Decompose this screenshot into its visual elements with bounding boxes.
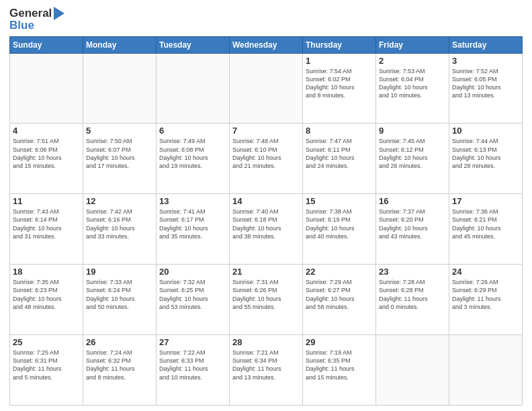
day-number: 20 [159, 267, 226, 277]
day-number: 11 [13, 196, 80, 206]
logo-arrow-icon [54, 7, 64, 20]
calendar-cell: 13Sunrise: 7:41 AM Sunset: 6:17 PM Dayli… [157, 194, 230, 265]
day-info: Sunrise: 7:38 AM Sunset: 6:19 PM Dayligh… [306, 208, 373, 240]
day-info: Sunrise: 7:21 AM Sunset: 6:34 PM Dayligh… [232, 349, 300, 381]
calendar-cell: 4Sunrise: 7:51 AM Sunset: 6:06 PM Daylig… [10, 124, 83, 194]
day-info: Sunrise: 7:47 AM Sunset: 6:11 PM Dayligh… [306, 137, 373, 170]
day-number: 17 [452, 196, 519, 206]
day-info: Sunrise: 7:41 AM Sunset: 6:17 PM Dayligh… [159, 208, 226, 240]
calendar-week-row: 18Sunrise: 7:35 AM Sunset: 6:23 PM Dayli… [10, 265, 523, 335]
calendar-header-wednesday: Wednesday [230, 36, 303, 53]
calendar-cell: 26Sunrise: 7:24 AM Sunset: 6:32 PM Dayli… [83, 335, 157, 406]
calendar-cell: 20Sunrise: 7:32 AM Sunset: 6:25 PM Dayli… [157, 265, 230, 335]
calendar-header-monday: Monday [83, 36, 157, 53]
calendar-cell: 6Sunrise: 7:49 AM Sunset: 6:08 PM Daylig… [157, 124, 230, 194]
day-info: Sunrise: 7:19 AM Sunset: 6:35 PM Dayligh… [306, 349, 373, 381]
calendar-cell: 10Sunrise: 7:44 AM Sunset: 6:13 PM Dayli… [449, 124, 523, 194]
calendar-cell [449, 335, 523, 406]
day-number: 5 [86, 126, 153, 136]
page: General Blue SundayMondayTuesdayWednesda… [0, 0, 532, 411]
calendar-table: SundayMondayTuesdayWednesdayThursdayFrid… [9, 36, 523, 406]
calendar-cell: 24Sunrise: 7:26 AM Sunset: 6:29 PM Dayli… [449, 265, 523, 335]
calendar-cell: 21Sunrise: 7:31 AM Sunset: 6:26 PM Dayli… [230, 265, 303, 335]
calendar-header-saturday: Saturday [449, 36, 523, 53]
calendar-cell: 27Sunrise: 7:22 AM Sunset: 6:33 PM Dayli… [157, 335, 230, 406]
calendar-cell: 8Sunrise: 7:47 AM Sunset: 6:11 PM Daylig… [303, 124, 376, 194]
calendar-cell: 23Sunrise: 7:28 AM Sunset: 6:28 PM Dayli… [376, 265, 449, 335]
day-number: 24 [452, 267, 519, 277]
day-number: 25 [13, 337, 80, 347]
calendar-cell: 1Sunrise: 7:54 AM Sunset: 6:02 PM Daylig… [303, 53, 376, 124]
day-number: 21 [232, 267, 300, 277]
day-number: 22 [306, 267, 373, 277]
day-info: Sunrise: 7:54 AM Sunset: 6:02 PM Dayligh… [306, 67, 373, 100]
day-info: Sunrise: 7:43 AM Sunset: 6:14 PM Dayligh… [13, 208, 80, 240]
logo-general: General [9, 7, 52, 20]
day-info: Sunrise: 7:45 AM Sunset: 6:12 PM Dayligh… [379, 137, 446, 170]
day-info: Sunrise: 7:37 AM Sunset: 6:20 PM Dayligh… [379, 208, 446, 240]
day-info: Sunrise: 7:28 AM Sunset: 6:28 PM Dayligh… [379, 278, 446, 311]
calendar-cell: 17Sunrise: 7:36 AM Sunset: 6:21 PM Dayli… [449, 194, 523, 265]
day-info: Sunrise: 7:33 AM Sunset: 6:24 PM Dayligh… [86, 278, 153, 311]
day-number: 6 [159, 126, 226, 136]
calendar-cell: 9Sunrise: 7:45 AM Sunset: 6:12 PM Daylig… [376, 124, 449, 194]
day-number: 12 [86, 196, 153, 206]
calendar-cell [376, 335, 449, 406]
calendar-cell: 2Sunrise: 7:53 AM Sunset: 6:04 PM Daylig… [376, 53, 449, 124]
day-number: 14 [232, 196, 300, 206]
calendar-cell [230, 53, 303, 124]
day-number: 18 [13, 267, 80, 277]
calendar-header-tuesday: Tuesday [157, 36, 230, 53]
day-number: 23 [379, 267, 446, 277]
calendar-cell: 3Sunrise: 7:52 AM Sunset: 6:05 PM Daylig… [449, 53, 523, 124]
day-number: 7 [232, 126, 300, 136]
calendar-cell [10, 53, 83, 124]
logo: General Blue [9, 7, 64, 32]
calendar-cell: 19Sunrise: 7:33 AM Sunset: 6:24 PM Dayli… [83, 265, 157, 335]
svg-marker-0 [54, 7, 64, 20]
calendar-header-sunday: Sunday [10, 36, 83, 53]
day-info: Sunrise: 7:22 AM Sunset: 6:33 PM Dayligh… [159, 349, 226, 381]
calendar-cell [83, 53, 157, 124]
day-number: 13 [159, 196, 226, 206]
calendar-cell: 12Sunrise: 7:42 AM Sunset: 6:16 PM Dayli… [83, 194, 157, 265]
day-info: Sunrise: 7:52 AM Sunset: 6:05 PM Dayligh… [452, 67, 519, 100]
day-info: Sunrise: 7:29 AM Sunset: 6:27 PM Dayligh… [306, 278, 373, 311]
calendar-cell: 16Sunrise: 7:37 AM Sunset: 6:20 PM Dayli… [376, 194, 449, 265]
calendar-cell: 5Sunrise: 7:50 AM Sunset: 6:07 PM Daylig… [83, 124, 157, 194]
day-number: 10 [452, 126, 519, 136]
day-info: Sunrise: 7:26 AM Sunset: 6:29 PM Dayligh… [452, 278, 519, 311]
day-number: 26 [86, 337, 153, 347]
calendar-header-thursday: Thursday [303, 36, 376, 53]
calendar-cell: 22Sunrise: 7:29 AM Sunset: 6:27 PM Dayli… [303, 265, 376, 335]
day-number: 29 [306, 337, 373, 347]
day-info: Sunrise: 7:32 AM Sunset: 6:25 PM Dayligh… [159, 278, 226, 311]
calendar-cell: 29Sunrise: 7:19 AM Sunset: 6:35 PM Dayli… [303, 335, 376, 406]
calendar-week-row: 11Sunrise: 7:43 AM Sunset: 6:14 PM Dayli… [10, 194, 523, 265]
calendar-cell: 25Sunrise: 7:25 AM Sunset: 6:31 PM Dayli… [10, 335, 83, 406]
day-number: 1 [306, 56, 373, 66]
calendar-cell: 7Sunrise: 7:48 AM Sunset: 6:10 PM Daylig… [230, 124, 303, 194]
calendar-week-row: 1Sunrise: 7:54 AM Sunset: 6:02 PM Daylig… [10, 53, 523, 124]
logo-blue: Blue [9, 19, 34, 32]
day-info: Sunrise: 7:51 AM Sunset: 6:06 PM Dayligh… [13, 137, 80, 170]
day-info: Sunrise: 7:36 AM Sunset: 6:21 PM Dayligh… [452, 208, 519, 240]
day-number: 28 [232, 337, 300, 347]
day-info: Sunrise: 7:50 AM Sunset: 6:07 PM Dayligh… [86, 137, 153, 170]
top-section: General Blue [9, 7, 523, 32]
day-info: Sunrise: 7:49 AM Sunset: 6:08 PM Dayligh… [159, 137, 226, 170]
day-info: Sunrise: 7:40 AM Sunset: 6:18 PM Dayligh… [232, 208, 300, 240]
calendar-cell [157, 53, 230, 124]
day-info: Sunrise: 7:25 AM Sunset: 6:31 PM Dayligh… [13, 349, 80, 381]
day-info: Sunrise: 7:24 AM Sunset: 6:32 PM Dayligh… [86, 349, 153, 381]
day-number: 19 [86, 267, 153, 277]
day-number: 8 [306, 126, 373, 136]
day-number: 27 [159, 337, 226, 347]
day-info: Sunrise: 7:53 AM Sunset: 6:04 PM Dayligh… [379, 67, 446, 100]
day-info: Sunrise: 7:44 AM Sunset: 6:13 PM Dayligh… [452, 137, 519, 170]
day-info: Sunrise: 7:48 AM Sunset: 6:10 PM Dayligh… [232, 137, 300, 170]
calendar-cell: 15Sunrise: 7:38 AM Sunset: 6:19 PM Dayli… [303, 194, 376, 265]
calendar-cell: 14Sunrise: 7:40 AM Sunset: 6:18 PM Dayli… [230, 194, 303, 265]
day-info: Sunrise: 7:35 AM Sunset: 6:23 PM Dayligh… [13, 278, 80, 311]
day-number: 15 [306, 196, 373, 206]
